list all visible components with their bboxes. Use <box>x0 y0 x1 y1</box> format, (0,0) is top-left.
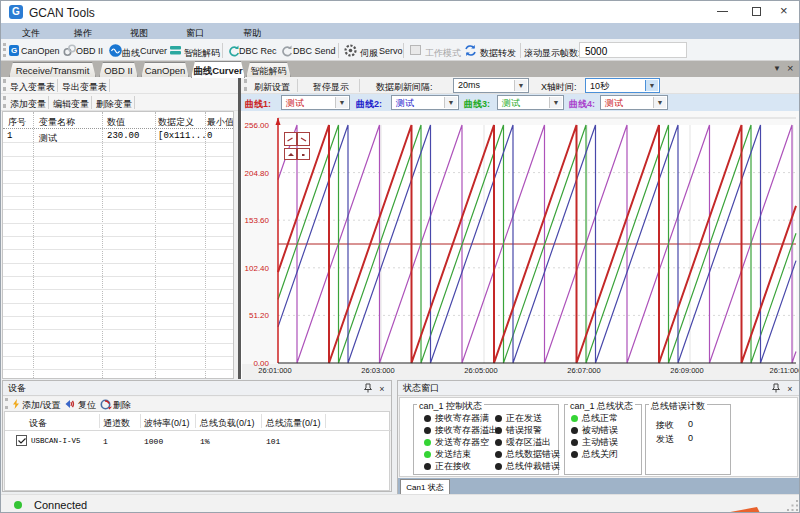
svg-text:102.40: 102.40 <box>245 264 270 273</box>
svg-text:26:05:000: 26:05:000 <box>464 366 497 375</box>
svg-text:26:11:000: 26:11:000 <box>770 366 800 375</box>
svg-text:204.80: 204.80 <box>245 169 270 178</box>
svg-text:26:03:000: 26:03:000 <box>361 366 394 375</box>
svg-text:26:01:000: 26:01:000 <box>258 366 291 375</box>
svg-text:153.60: 153.60 <box>245 216 270 225</box>
svg-text:51.20: 51.20 <box>249 311 270 320</box>
svg-text:26:07:000: 26:07:000 <box>567 366 600 375</box>
svg-text:256.00: 256.00 <box>245 121 270 130</box>
svg-text:26:09:000: 26:09:000 <box>670 366 703 375</box>
